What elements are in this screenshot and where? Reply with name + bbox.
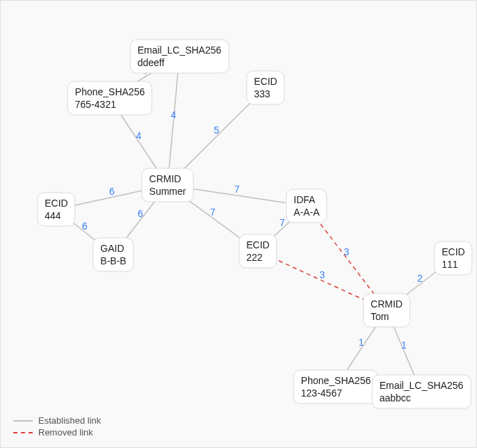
node-type: CRMID — [149, 173, 186, 186]
edge-weight: 6 — [82, 221, 88, 232]
node-type: Email_LC_SHA256 — [380, 380, 464, 392]
node-type: GAID — [100, 243, 126, 255]
node-email_tom[interactable]: Email_LC_SHA256aabbcc — [372, 375, 471, 409]
node-idfa_aaa[interactable]: IDFAA-A-A — [286, 189, 327, 223]
legend-established-swatch — [13, 420, 33, 422]
node-type: Email_LC_SHA256 — [138, 45, 222, 57]
legend: Established link Removed link — [13, 414, 101, 438]
edge-crmid_summer-email_summer — [168, 56, 179, 185]
node-value: Summer — [149, 185, 186, 198]
node-type: ECID — [246, 239, 269, 252]
node-ecid_333[interactable]: ECID333 — [246, 71, 284, 105]
node-value: aabbcc — [380, 392, 464, 404]
legend-removed: Removed link — [13, 427, 101, 438]
edge-weight: 4 — [136, 130, 142, 141]
node-value: 111 — [442, 258, 464, 271]
node-type: ECID — [45, 198, 67, 210]
legend-established-label: Established link — [38, 415, 101, 426]
node-value: Tom — [371, 310, 403, 323]
edge-weight: 1 — [359, 337, 364, 348]
legend-removed-label: Removed link — [38, 427, 93, 438]
node-type: IDFA — [293, 194, 319, 207]
node-type: ECID — [442, 246, 464, 259]
edge-weight: 4 — [171, 109, 177, 120]
edge-weight: 3 — [344, 246, 350, 257]
legend-established: Established link — [13, 415, 101, 426]
node-value: 765-4321 — [75, 98, 145, 111]
edge-weight: 6 — [109, 186, 115, 197]
node-crmid_summer[interactable]: CRMIDSummer — [142, 168, 194, 202]
node-value: ddeeff — [138, 56, 222, 69]
edge-weight: 7 — [210, 207, 216, 218]
node-phone_tom[interactable]: Phone_SHA256123-4567 — [293, 370, 378, 404]
node-ecid_444[interactable]: ECID444 — [37, 193, 75, 227]
edge-weight: 7 — [234, 184, 240, 195]
node-value: B-B-B — [100, 255, 126, 267]
node-value: 222 — [246, 251, 269, 264]
edge-weight: 7 — [280, 217, 285, 228]
node-type: Phone_SHA256 — [301, 375, 371, 387]
edge-weight: 3 — [320, 269, 325, 280]
edge-weight: 2 — [417, 273, 423, 284]
node-value: 123-4567 — [301, 387, 371, 399]
node-value: 333 — [254, 88, 277, 100]
node-type: CRMID — [371, 298, 403, 311]
node-type: Phone_SHA256 — [75, 86, 145, 99]
node-type: ECID — [254, 76, 277, 88]
node-phone_summer[interactable]: Phone_SHA256765-4321 — [67, 81, 152, 115]
node-ecid_222[interactable]: ECID222 — [239, 234, 277, 269]
node-value: A-A-A — [293, 206, 319, 218]
edge-weight: 5 — [214, 125, 220, 136]
identity-graph-canvas: 444566677733211 Email_LC_SHA256ddeeffPho… — [0, 0, 477, 448]
node-email_summer[interactable]: Email_LC_SHA256ddeeff — [130, 40, 229, 74]
edge-weight: 1 — [401, 339, 407, 351]
node-gaid_bbb[interactable]: GAIDB-B-B — [92, 238, 134, 272]
legend-removed-swatch — [13, 432, 33, 433]
node-value: 444 — [45, 209, 67, 222]
node-ecid_111[interactable]: ECID111 — [434, 241, 472, 275]
node-crmid_tom[interactable]: CRMIDTom — [363, 294, 410, 328]
edge-weight: 6 — [138, 208, 143, 219]
